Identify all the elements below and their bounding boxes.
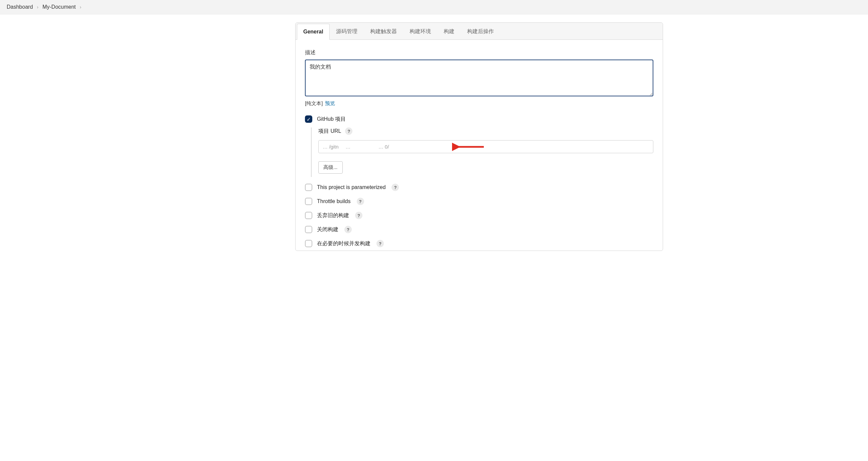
tab-general[interactable]: General <box>297 24 330 40</box>
chevron-right-icon: › <box>37 4 38 10</box>
advanced-button[interactable]: 高级... <box>318 161 343 174</box>
help-icon[interactable]: ? <box>345 127 352 135</box>
option-concurrent-row: 在必要的时候并发构建 ? <box>305 240 653 247</box>
project-url-label-row: 项目 URL ? <box>318 127 653 135</box>
tab-bar: General 源码管理 构建触发器 构建环境 构建 构建后操作 <box>296 23 663 40</box>
breadcrumb-item-project[interactable]: My-Document <box>42 4 76 10</box>
description-meta: [纯文本] 预览 <box>305 100 653 107</box>
description-textarea[interactable] <box>305 60 653 96</box>
option-throttle-label: Throttle builds <box>317 198 351 204</box>
project-url-label: 项目 URL <box>318 128 341 135</box>
option-throttle-row: Throttle builds ? <box>305 198 653 205</box>
panel-body: 描述 [纯文本] 预览 ✓ GitHub 项目 项目 URL ? <box>296 40 663 251</box>
project-url-input[interactable] <box>318 140 653 153</box>
help-icon[interactable]: ? <box>376 240 384 247</box>
tab-build-environment[interactable]: 构建环境 <box>403 23 437 40</box>
option-discard-old-row: 丢弃旧的构建 ? <box>305 212 653 219</box>
chevron-right-icon: › <box>80 4 82 10</box>
option-concurrent-label: 在必要的时候并发构建 <box>317 240 370 247</box>
github-project-checkbox[interactable]: ✓ <box>305 115 312 123</box>
option-disable-build-row: 关闭构建 ? <box>305 226 653 233</box>
config-panel: General 源码管理 构建触发器 构建环境 构建 构建后操作 描述 [纯文本… <box>295 22 663 251</box>
project-url-input-wrap <box>318 140 653 153</box>
github-project-row: ✓ GitHub 项目 <box>305 115 653 123</box>
description-label: 描述 <box>305 49 653 56</box>
help-icon[interactable]: ? <box>344 226 352 233</box>
github-project-label: GitHub 项目 <box>317 116 346 123</box>
tab-source-management[interactable]: 源码管理 <box>330 23 364 40</box>
option-discard-old-label: 丢弃旧的构建 <box>317 212 349 219</box>
main-container: General 源码管理 构建触发器 构建环境 构建 构建后操作 描述 [纯文本… <box>0 15 868 251</box>
breadcrumb: Dashboard › My-Document › <box>0 0 868 15</box>
plain-text-label: [纯文本] <box>305 100 323 106</box>
option-disable-build-label: 关闭构建 <box>317 226 338 233</box>
option-parameterized-checkbox[interactable] <box>305 184 312 191</box>
tab-build-triggers[interactable]: 构建触发器 <box>364 23 403 40</box>
option-throttle-checkbox[interactable] <box>305 198 312 205</box>
help-icon[interactable]: ? <box>392 184 399 191</box>
tab-build[interactable]: 构建 <box>437 23 461 40</box>
option-concurrent-checkbox[interactable] <box>305 240 312 247</box>
help-icon[interactable]: ? <box>355 212 363 219</box>
check-icon: ✓ <box>307 117 311 122</box>
option-disable-build-checkbox[interactable] <box>305 226 312 233</box>
breadcrumb-item-dashboard[interactable]: Dashboard <box>7 4 33 10</box>
option-discard-old-checkbox[interactable] <box>305 212 312 219</box>
preview-link[interactable]: 预览 <box>325 100 335 106</box>
option-parameterized-label: This project is parameterized <box>317 184 385 190</box>
help-icon[interactable]: ? <box>357 198 364 205</box>
option-parameterized-row: This project is parameterized ? <box>305 184 653 191</box>
github-nested-block: 项目 URL ? 高级... <box>311 127 653 177</box>
tab-post-build-actions[interactable]: 构建后操作 <box>461 23 500 40</box>
